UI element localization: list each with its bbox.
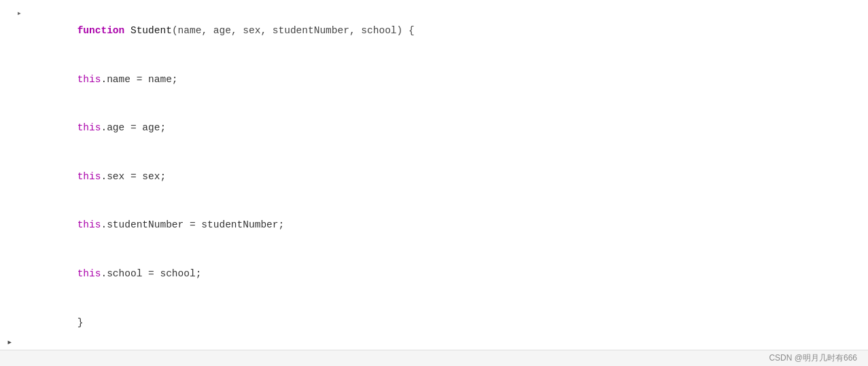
console-container: ▸ function Student(name, age, sex, stude… [0,0,868,366]
dot2: .age = age; [101,122,166,133]
bottom-bar: CSDN @明月几时有666 [0,350,868,366]
bottom-prompt: ▸ [7,336,12,348]
code-content-6: this.school = school; [27,251,868,298]
kw-this-5: this [77,268,101,279]
kw-this-3: this [77,171,101,182]
code-area: ▸ function Student(name, age, sex, stude… [0,0,868,354]
dot4: .studentNumber = studentNumber; [101,219,284,230]
dot5: .school = school; [101,268,201,279]
kw-this-2: this [77,122,101,133]
dot1: .name = name; [101,74,177,85]
code-content-1: function Student(name, age, sex, student… [27,7,868,55]
keyword-function: function [77,25,125,36]
kw-this-4: this [77,219,101,230]
dot3: .sex = sex; [101,171,166,182]
code-line-4: this.sex = sex; [0,153,868,202]
code-line-1: ▸ function Student(name, age, sex, stude… [0,7,868,56]
code-line-5: this.studentNumber = studentNumber; [0,201,868,250]
code-line-7: } [0,298,868,347]
space [124,25,131,36]
kw-this-1: this [77,74,101,85]
code-content-7: } [27,299,868,346]
code-content-3: this.age = age; [27,105,868,152]
code-content-4: this.sex = sex; [27,153,868,201]
code-line-6: this.school = school; [0,250,868,299]
function-name: Student [131,25,172,36]
code-line-2: this.name = name; [0,56,868,105]
expand-arrow-1[interactable]: ▸ [0,7,27,20]
code-line-3: this.age = age; [0,104,868,153]
close-brace: } [77,317,84,328]
params: (name, age, sex, studentNumber, school) … [172,25,415,36]
code-content-2: this.name = name; [27,56,868,104]
code-content-5: this.studentNumber = studentNumber; [27,202,868,249]
watermark-text: CSDN @明月几时有666 [769,352,857,364]
